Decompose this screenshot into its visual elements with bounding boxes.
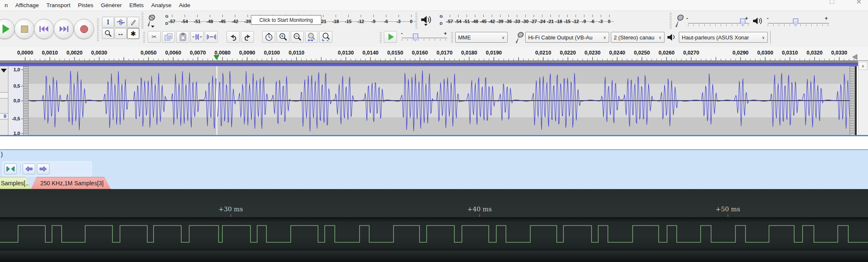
meter-tick [576, 15, 576, 17]
meter-tick [475, 15, 475, 17]
screen: nAffichageTransportPistesGénérerEffetsAn… [0, 0, 868, 262]
meter-tick-label: -15 [564, 19, 571, 24]
meter-tick-label: -39 [244, 19, 251, 24]
meter-tick [592, 15, 593, 17]
meter-tick [534, 15, 534, 17]
forward-button[interactable] [37, 163, 50, 174]
meter-tick [450, 15, 450, 17]
meter-tick-label: -57 [169, 19, 175, 24]
square-wave-plot [0, 217, 868, 251]
plot-lower-band [0, 251, 868, 262]
meter-tick-label: -9 [371, 19, 375, 24]
meter-tick [517, 15, 517, 17]
meter-tick-label: -48 [206, 19, 213, 24]
meter-tick-label: -36 [505, 19, 512, 24]
back-button[interactable] [23, 163, 35, 174]
monitoring-tooltip: Click to Start Monitoring [251, 15, 321, 25]
meter-tick [584, 15, 584, 17]
meter-tick-label: -51 [194, 19, 201, 24]
meter-tick [601, 15, 601, 17]
truncated-label-text: ) [1, 151, 3, 158]
meter-tick-label: -51 [463, 19, 470, 24]
meter-tick [197, 15, 198, 17]
meter-tick-label: -54 [181, 19, 188, 24]
meter-tick [348, 15, 349, 17]
meter-tick-label: -54 [455, 19, 461, 24]
zoom-fit-button[interactable] [4, 163, 17, 174]
tab-label: 250 KHz,1M Samples[3] [40, 180, 104, 187]
meter-tick-label: -18 [555, 19, 562, 24]
meter-tick [248, 15, 248, 17]
meter-tick [467, 15, 467, 17]
meter-tick-label: -15 [345, 19, 352, 24]
meter-tick [172, 15, 172, 17]
meter-tick [483, 15, 484, 17]
meter-tick [399, 15, 399, 17]
arrow-left-icon [25, 166, 33, 172]
meter-tick-label: -27 [530, 19, 537, 24]
meter-tick-label: -6 [590, 19, 594, 24]
meter-tick [458, 15, 459, 17]
tab-samples-active[interactable]: 250 KHz,1M Samples[3] ✕ [31, 177, 111, 189]
urh-window: ) Samples[... 250 KHz,1M Samples[3] ✕ [0, 0, 868, 262]
meter-tick [492, 15, 492, 17]
meter-tick [386, 15, 386, 17]
meter-tick [559, 15, 559, 17]
meter-tick-label: -57 [446, 19, 453, 24]
meter-tick-label: -18 [332, 19, 339, 24]
meter-tick [373, 15, 374, 17]
toolbar-separator [20, 164, 21, 174]
meter-tick [609, 15, 610, 17]
meter-tick-label: 0 [608, 19, 610, 24]
meter-tick [210, 15, 210, 17]
meter-tick [361, 15, 361, 17]
meter-tick [508, 15, 509, 17]
meter-tick-label: -39 [497, 19, 503, 24]
meter-tick-label: 0 [410, 19, 412, 24]
marker-arrow-icon: ↓ [229, 212, 232, 217]
meter-scale-line [446, 21, 614, 22]
meter-tick-label: -45 [219, 19, 226, 24]
meter-tick [550, 15, 551, 17]
meter-tick-label: -42 [232, 19, 238, 24]
meter-tick-label: -12 [572, 19, 579, 24]
meter-tick-label: -42 [488, 19, 495, 24]
meter-tick [567, 15, 568, 17]
tab-label: Samples[... [1, 180, 30, 187]
meter-tick [500, 15, 500, 17]
meter-tick-label: -12 [357, 19, 364, 24]
meter-tick-label: -30 [522, 19, 529, 24]
zoom-fit-icon [6, 166, 15, 172]
marker-arrow-icon: ↓ [478, 212, 481, 217]
tab-samples-inactive[interactable]: Samples[... [0, 177, 31, 189]
meter-tick-label: -45 [480, 19, 487, 24]
meter-tick [336, 15, 336, 17]
meter-tick-label: -9 [582, 19, 586, 24]
meter-tick [525, 15, 526, 17]
meter-tick-label: -33 [514, 19, 520, 24]
meter-tick-label: -3 [599, 19, 603, 24]
arrow-right-icon [39, 166, 47, 172]
meter-tick-label: -21 [547, 19, 554, 24]
signal-band [0, 217, 868, 251]
meter-tick-label: -6 [384, 19, 388, 24]
urh-window-top-edge [0, 149, 868, 150]
meter-tick-label: -48 [472, 19, 478, 24]
meter-tick [185, 15, 185, 17]
meter-tick [411, 15, 412, 17]
marker-arrow-icon: ↓ [727, 212, 729, 217]
meter-tick-label: -24 [539, 19, 545, 24]
meter-tick [235, 15, 235, 17]
meter-tick-label: -3 [396, 19, 401, 24]
meter-tick [323, 15, 323, 17]
meter-tick [222, 15, 223, 17]
meter-tick [542, 15, 542, 17]
